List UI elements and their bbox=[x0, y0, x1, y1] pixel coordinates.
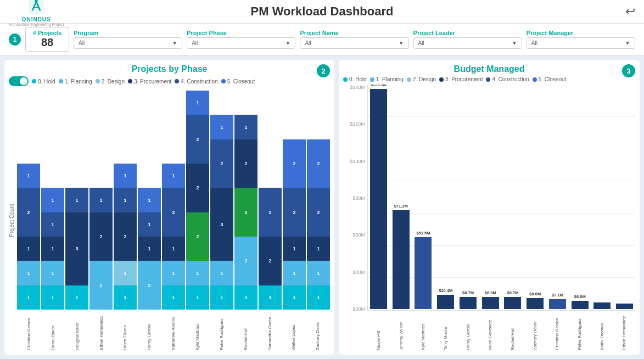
budget-bar-group: $8.9M bbox=[480, 85, 501, 309]
bar-segment: 1 bbox=[41, 285, 64, 310]
manager-filter: Project Manager All ▼ bbox=[527, 30, 635, 49]
bar-segment: 2 bbox=[307, 139, 330, 188]
bar-segment: 1 bbox=[41, 212, 64, 237]
x-axis-label: Peter Rodriguez bbox=[210, 312, 234, 350]
budget-bar-group: $7.1M bbox=[547, 85, 568, 309]
bar-segment: 1 bbox=[114, 285, 137, 310]
bar-group: 2111 bbox=[138, 91, 161, 310]
bar-segment: 2 bbox=[89, 212, 113, 261]
bar-segment: 1 bbox=[186, 91, 209, 115]
toggle-knob bbox=[20, 77, 27, 85]
bar-group: 11211 bbox=[114, 91, 137, 310]
budget-bar-group: $6.0M bbox=[569, 85, 591, 309]
budget-x-label: Ethan Hernandez bbox=[613, 312, 635, 350]
logo-sub: Architecture Engineering Project bbox=[9, 23, 64, 26]
bar-segment: 1 bbox=[41, 237, 64, 261]
name-filter: Project Name All ▼ bbox=[300, 30, 408, 49]
x-axis-label: Samantha Green bbox=[258, 312, 282, 350]
budget-bar-group bbox=[614, 85, 635, 309]
phase-chart-panel: 2 Projects by Phase 0. Hold1. Planning2.… bbox=[4, 60, 334, 355]
budget-bar-group: $159.3M bbox=[368, 85, 389, 309]
bar-segment: 1 bbox=[138, 212, 161, 237]
budget-bar-group bbox=[592, 85, 613, 309]
bar-segment: 2 bbox=[259, 188, 282, 237]
bar-segment: 1 bbox=[138, 237, 161, 261]
back-button[interactable]: ↩ bbox=[625, 4, 635, 19]
bar-segment: 2 bbox=[234, 237, 257, 285]
phase-select[interactable]: All ▼ bbox=[187, 37, 295, 49]
y-grid-label: $40M bbox=[343, 270, 365, 275]
budget-bar: $10.4M bbox=[437, 295, 454, 309]
bar-segment: 1 bbox=[283, 285, 306, 310]
leader-chevron: ▼ bbox=[512, 40, 517, 46]
y-grid-label: $20M bbox=[343, 306, 365, 312]
budget-bar: $6.0M bbox=[572, 301, 589, 309]
budget-bar: $71.3M bbox=[393, 210, 410, 309]
bar-segment: 2 bbox=[210, 139, 233, 188]
bar-segment: 2 bbox=[114, 212, 137, 261]
program-chevron: ▼ bbox=[172, 40, 177, 46]
legend-item: 5. Closeout bbox=[221, 78, 255, 85]
bar-segment: 1 bbox=[186, 285, 209, 310]
budget-bar bbox=[593, 302, 611, 309]
bar-segment: 2 bbox=[307, 188, 330, 237]
projects-value: 88 bbox=[41, 36, 53, 49]
x-axis-label: Katherine Adams bbox=[161, 312, 186, 350]
budget-legend: 0. Hold1. Planning2. Design3. Procuremen… bbox=[343, 76, 635, 82]
budget-bar-group: $8.7M bbox=[502, 85, 524, 309]
program-select[interactable]: All ▼ bbox=[74, 37, 182, 49]
y-grid-label: $100M bbox=[343, 159, 365, 164]
bar-segment: 1 bbox=[41, 261, 64, 285]
x-axis-label: Zachary Davis bbox=[306, 312, 330, 350]
bar-segment: 1 bbox=[162, 261, 185, 285]
leader-label: Project Leader bbox=[413, 30, 522, 36]
bar-group: 11121 bbox=[17, 91, 40, 310]
bar-segment: 1 bbox=[138, 188, 161, 212]
projects-count: # Projects 88 bbox=[25, 27, 69, 52]
bar-group: 221 bbox=[89, 91, 113, 310]
phase-value: All bbox=[192, 40, 198, 46]
budget-x-label: Terry Moore bbox=[434, 312, 457, 350]
legend-item: 1. Planning bbox=[59, 78, 92, 85]
budget-bar: $51.5M bbox=[415, 237, 432, 309]
leader-select[interactable]: All ▼ bbox=[413, 37, 522, 49]
budget-x-label: Jeremy Wilson bbox=[390, 312, 412, 350]
bar-group: 11111 bbox=[41, 91, 64, 310]
bar-segment: 1 bbox=[65, 188, 88, 212]
bar-segment: 1 bbox=[307, 261, 330, 285]
bar-group: 11122 bbox=[283, 91, 306, 310]
bar-segment: 2 bbox=[186, 212, 209, 261]
legend-item: 2. Design bbox=[96, 78, 125, 85]
bar-segment: 2 bbox=[186, 115, 209, 164]
page-title: PM Workload Dashboard bbox=[251, 4, 394, 19]
logo: ONINDUS Architecture Engineering Project bbox=[9, 0, 64, 26]
name-label: Project Name bbox=[300, 30, 408, 36]
x-axis-label: Christine Nelson bbox=[17, 312, 41, 350]
budget-bar-group: $8.7M bbox=[457, 85, 479, 309]
bar-segment: 1 bbox=[162, 285, 185, 310]
bar-segment: 1 bbox=[307, 285, 330, 310]
budget-bar-group: $8.0M bbox=[524, 85, 546, 309]
main-content: 2 Projects by Phase 0. Hold1. Planning2.… bbox=[0, 55, 644, 359]
toggle-switch[interactable] bbox=[9, 76, 29, 86]
manager-select[interactable]: All ▼ bbox=[527, 37, 635, 49]
y-axis-label: Project Count bbox=[9, 91, 15, 350]
y-grid-label: $60M bbox=[343, 232, 365, 238]
x-axis-label: Ethan Hernandez bbox=[89, 312, 114, 350]
bar-segment: 2 bbox=[17, 188, 40, 237]
logo-icon bbox=[26, 0, 46, 16]
bar-segment: 2 bbox=[234, 188, 257, 237]
x-axis-label: Kyle Martinez bbox=[186, 312, 210, 350]
legend-item: 4. Construction bbox=[175, 78, 217, 85]
budget-x-label: Henry Garcia bbox=[457, 312, 479, 350]
leader-filter: Project Leader All ▼ bbox=[413, 30, 522, 49]
bar-segment: 2 bbox=[138, 261, 161, 310]
budget-bar: $8.9M bbox=[482, 297, 499, 309]
budget-bar: $159.3M bbox=[370, 89, 387, 309]
name-select[interactable]: All ▼ bbox=[300, 37, 408, 49]
name-chevron: ▼ bbox=[399, 40, 404, 46]
bar-group: 11122 bbox=[307, 91, 330, 310]
bar-segment: 2 bbox=[259, 237, 282, 285]
budget-x-label: Peter Rodriguez bbox=[568, 312, 591, 350]
legend-item: 1. Planning bbox=[370, 76, 404, 82]
